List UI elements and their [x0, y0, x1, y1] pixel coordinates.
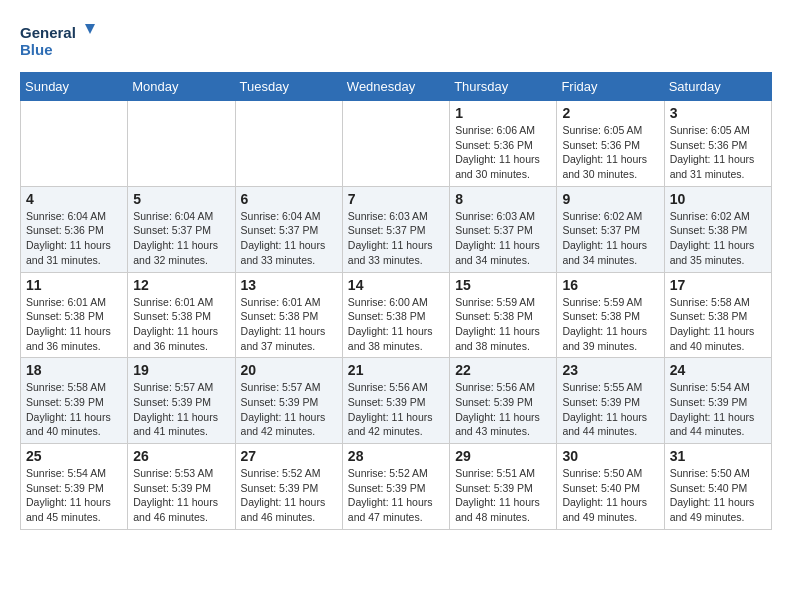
day-info: Sunrise: 5:56 AMSunset: 5:39 PMDaylight:… — [348, 380, 444, 439]
calendar-week-1: 1Sunrise: 6:06 AMSunset: 5:36 PMDaylight… — [21, 101, 772, 187]
calendar-cell: 5Sunrise: 6:04 AMSunset: 5:37 PMDaylight… — [128, 186, 235, 272]
day-info: Sunrise: 6:01 AMSunset: 5:38 PMDaylight:… — [241, 295, 337, 354]
calendar-cell — [342, 101, 449, 187]
calendar-cell: 8Sunrise: 6:03 AMSunset: 5:37 PMDaylight… — [450, 186, 557, 272]
day-info: Sunrise: 5:55 AMSunset: 5:39 PMDaylight:… — [562, 380, 658, 439]
day-number: 11 — [26, 277, 122, 293]
calendar-cell: 23Sunrise: 5:55 AMSunset: 5:39 PMDayligh… — [557, 358, 664, 444]
day-info: Sunrise: 5:52 AMSunset: 5:39 PMDaylight:… — [348, 466, 444, 525]
calendar-week-2: 4Sunrise: 6:04 AMSunset: 5:36 PMDaylight… — [21, 186, 772, 272]
weekday-header-tuesday: Tuesday — [235, 73, 342, 101]
calendar-cell: 26Sunrise: 5:53 AMSunset: 5:39 PMDayligh… — [128, 444, 235, 530]
day-number: 22 — [455, 362, 551, 378]
day-number: 8 — [455, 191, 551, 207]
calendar-cell: 1Sunrise: 6:06 AMSunset: 5:36 PMDaylight… — [450, 101, 557, 187]
weekday-header-friday: Friday — [557, 73, 664, 101]
logo-svg: General Blue — [20, 20, 100, 62]
day-number: 5 — [133, 191, 229, 207]
calendar-cell: 13Sunrise: 6:01 AMSunset: 5:38 PMDayligh… — [235, 272, 342, 358]
day-number: 21 — [348, 362, 444, 378]
day-number: 27 — [241, 448, 337, 464]
day-info: Sunrise: 5:51 AMSunset: 5:39 PMDaylight:… — [455, 466, 551, 525]
calendar-cell: 29Sunrise: 5:51 AMSunset: 5:39 PMDayligh… — [450, 444, 557, 530]
calendar-cell — [235, 101, 342, 187]
svg-marker-2 — [85, 24, 95, 34]
calendar-cell: 25Sunrise: 5:54 AMSunset: 5:39 PMDayligh… — [21, 444, 128, 530]
day-number: 14 — [348, 277, 444, 293]
calendar-cell: 12Sunrise: 6:01 AMSunset: 5:38 PMDayligh… — [128, 272, 235, 358]
weekday-header-monday: Monday — [128, 73, 235, 101]
calendar-week-4: 18Sunrise: 5:58 AMSunset: 5:39 PMDayligh… — [21, 358, 772, 444]
calendar-cell: 2Sunrise: 6:05 AMSunset: 5:36 PMDaylight… — [557, 101, 664, 187]
day-number: 25 — [26, 448, 122, 464]
day-info: Sunrise: 6:01 AMSunset: 5:38 PMDaylight:… — [26, 295, 122, 354]
calendar-cell: 19Sunrise: 5:57 AMSunset: 5:39 PMDayligh… — [128, 358, 235, 444]
day-info: Sunrise: 6:04 AMSunset: 5:37 PMDaylight:… — [133, 209, 229, 268]
day-number: 24 — [670, 362, 766, 378]
day-info: Sunrise: 5:54 AMSunset: 5:39 PMDaylight:… — [26, 466, 122, 525]
day-info: Sunrise: 6:00 AMSunset: 5:38 PMDaylight:… — [348, 295, 444, 354]
day-info: Sunrise: 5:50 AMSunset: 5:40 PMDaylight:… — [562, 466, 658, 525]
calendar-cell: 6Sunrise: 6:04 AMSunset: 5:37 PMDaylight… — [235, 186, 342, 272]
day-info: Sunrise: 5:52 AMSunset: 5:39 PMDaylight:… — [241, 466, 337, 525]
day-info: Sunrise: 6:04 AMSunset: 5:36 PMDaylight:… — [26, 209, 122, 268]
day-number: 12 — [133, 277, 229, 293]
page-header: General Blue — [20, 20, 772, 62]
day-info: Sunrise: 6:03 AMSunset: 5:37 PMDaylight:… — [455, 209, 551, 268]
logo: General Blue — [20, 20, 100, 62]
day-number: 4 — [26, 191, 122, 207]
calendar-cell: 30Sunrise: 5:50 AMSunset: 5:40 PMDayligh… — [557, 444, 664, 530]
day-number: 30 — [562, 448, 658, 464]
svg-text:General: General — [20, 24, 76, 41]
weekday-header-saturday: Saturday — [664, 73, 771, 101]
calendar-cell: 11Sunrise: 6:01 AMSunset: 5:38 PMDayligh… — [21, 272, 128, 358]
day-number: 17 — [670, 277, 766, 293]
calendar-cell: 24Sunrise: 5:54 AMSunset: 5:39 PMDayligh… — [664, 358, 771, 444]
calendar-cell: 22Sunrise: 5:56 AMSunset: 5:39 PMDayligh… — [450, 358, 557, 444]
day-number: 20 — [241, 362, 337, 378]
calendar-cell: 10Sunrise: 6:02 AMSunset: 5:38 PMDayligh… — [664, 186, 771, 272]
day-info: Sunrise: 5:50 AMSunset: 5:40 PMDaylight:… — [670, 466, 766, 525]
day-info: Sunrise: 6:04 AMSunset: 5:37 PMDaylight:… — [241, 209, 337, 268]
calendar-header: SundayMondayTuesdayWednesdayThursdayFrid… — [21, 73, 772, 101]
calendar-cell: 4Sunrise: 6:04 AMSunset: 5:36 PMDaylight… — [21, 186, 128, 272]
day-number: 1 — [455, 105, 551, 121]
day-info: Sunrise: 6:05 AMSunset: 5:36 PMDaylight:… — [670, 123, 766, 182]
day-info: Sunrise: 5:54 AMSunset: 5:39 PMDaylight:… — [670, 380, 766, 439]
day-info: Sunrise: 5:53 AMSunset: 5:39 PMDaylight:… — [133, 466, 229, 525]
day-info: Sunrise: 5:59 AMSunset: 5:38 PMDaylight:… — [562, 295, 658, 354]
day-info: Sunrise: 6:02 AMSunset: 5:37 PMDaylight:… — [562, 209, 658, 268]
day-number: 19 — [133, 362, 229, 378]
day-number: 6 — [241, 191, 337, 207]
day-number: 13 — [241, 277, 337, 293]
day-number: 9 — [562, 191, 658, 207]
calendar-table: SundayMondayTuesdayWednesdayThursdayFrid… — [20, 72, 772, 530]
calendar-cell: 21Sunrise: 5:56 AMSunset: 5:39 PMDayligh… — [342, 358, 449, 444]
day-info: Sunrise: 5:58 AMSunset: 5:38 PMDaylight:… — [670, 295, 766, 354]
calendar-cell — [128, 101, 235, 187]
weekday-header-wednesday: Wednesday — [342, 73, 449, 101]
day-info: Sunrise: 6:06 AMSunset: 5:36 PMDaylight:… — [455, 123, 551, 182]
calendar-cell: 31Sunrise: 5:50 AMSunset: 5:40 PMDayligh… — [664, 444, 771, 530]
day-info: Sunrise: 6:03 AMSunset: 5:37 PMDaylight:… — [348, 209, 444, 268]
calendar-cell: 20Sunrise: 5:57 AMSunset: 5:39 PMDayligh… — [235, 358, 342, 444]
calendar-cell: 15Sunrise: 5:59 AMSunset: 5:38 PMDayligh… — [450, 272, 557, 358]
calendar-cell: 3Sunrise: 6:05 AMSunset: 5:36 PMDaylight… — [664, 101, 771, 187]
calendar-body: 1Sunrise: 6:06 AMSunset: 5:36 PMDaylight… — [21, 101, 772, 530]
day-number: 16 — [562, 277, 658, 293]
calendar-cell: 17Sunrise: 5:58 AMSunset: 5:38 PMDayligh… — [664, 272, 771, 358]
day-info: Sunrise: 6:01 AMSunset: 5:38 PMDaylight:… — [133, 295, 229, 354]
calendar-cell: 7Sunrise: 6:03 AMSunset: 5:37 PMDaylight… — [342, 186, 449, 272]
day-number: 28 — [348, 448, 444, 464]
day-info: Sunrise: 6:05 AMSunset: 5:36 PMDaylight:… — [562, 123, 658, 182]
calendar-cell: 16Sunrise: 5:59 AMSunset: 5:38 PMDayligh… — [557, 272, 664, 358]
day-info: Sunrise: 5:58 AMSunset: 5:39 PMDaylight:… — [26, 380, 122, 439]
weekday-header-thursday: Thursday — [450, 73, 557, 101]
calendar-cell: 14Sunrise: 6:00 AMSunset: 5:38 PMDayligh… — [342, 272, 449, 358]
day-info: Sunrise: 5:56 AMSunset: 5:39 PMDaylight:… — [455, 380, 551, 439]
day-number: 23 — [562, 362, 658, 378]
day-number: 18 — [26, 362, 122, 378]
calendar-week-5: 25Sunrise: 5:54 AMSunset: 5:39 PMDayligh… — [21, 444, 772, 530]
day-info: Sunrise: 5:59 AMSunset: 5:38 PMDaylight:… — [455, 295, 551, 354]
calendar-week-3: 11Sunrise: 6:01 AMSunset: 5:38 PMDayligh… — [21, 272, 772, 358]
